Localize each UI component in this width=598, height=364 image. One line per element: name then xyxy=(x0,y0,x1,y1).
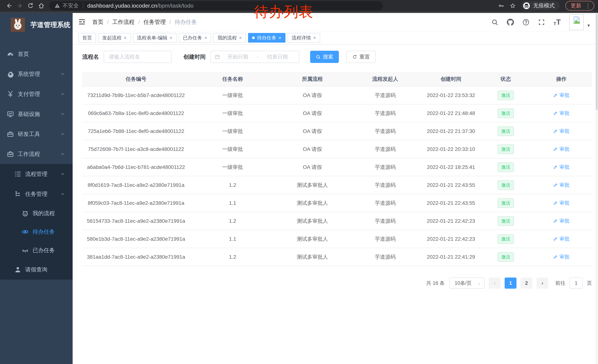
goto-page-input[interactable] xyxy=(569,277,583,289)
sidebar-item-my-process[interactable]: 我的流程 xyxy=(0,204,73,223)
help-icon[interactable] xyxy=(523,19,530,26)
approve-link[interactable]: 审批 xyxy=(553,128,569,134)
tab-start-process[interactable]: 发起流程× xyxy=(98,33,131,43)
browser-address-bar[interactable]: 不安全 dashboard.yudao.iocoder.cn/bpm/task/… xyxy=(49,1,383,10)
bookmark-star-icon[interactable] xyxy=(510,3,516,9)
sidebar-item-devtools[interactable]: 研发工具 xyxy=(0,124,73,144)
page-button-1[interactable]: 1 xyxy=(505,277,516,289)
breadcrumb-item[interactable]: 任务管理 xyxy=(144,18,166,26)
security-status[interactable]: 不安全 xyxy=(54,2,79,9)
cell-process: 测试多审批人 xyxy=(275,212,349,230)
sidebar-item-system[interactable]: 系统管理 xyxy=(0,64,73,84)
tab-close-icon[interactable]: × xyxy=(170,35,173,41)
tab-close-icon[interactable]: × xyxy=(204,35,207,41)
cell-time: 2022-01-22 23:53:32 xyxy=(421,86,481,104)
approve-link[interactable]: 审批 xyxy=(553,110,569,116)
cell-action: 审批 xyxy=(531,158,592,176)
cell-action: 审批 xyxy=(531,194,592,212)
tab-my-process[interactable]: 我的流程× xyxy=(213,33,246,43)
process-name-input[interactable] xyxy=(104,51,172,63)
status-badge: 激活 xyxy=(498,198,514,208)
cell-time: 2022-01-22 20:33:10 xyxy=(421,140,481,158)
table-row: a6aba0a4-7b6d-11ec-b781-acde48001122一级审批… xyxy=(82,158,592,176)
approve-link[interactable]: 审批 xyxy=(553,235,569,242)
approve-link[interactable]: 审批 xyxy=(553,164,569,170)
reset-button[interactable]: 重置 xyxy=(346,51,376,63)
sidebar-item-payment[interactable]: 支付管理 xyxy=(0,84,73,104)
search-button[interactable]: 搜索 xyxy=(310,51,339,63)
avatar[interactable] xyxy=(569,14,584,30)
date-range-input[interactable]: 开始日期 - 结束日期 xyxy=(210,51,299,63)
cell-action: 审批 xyxy=(531,122,592,140)
cell-status: 激活 xyxy=(481,248,531,266)
breadcrumb-item[interactable]: 首页 xyxy=(92,18,103,26)
tab-home[interactable]: 首页 xyxy=(78,33,96,43)
approve-link[interactable]: 审批 xyxy=(553,200,569,206)
tab-close-icon[interactable]: × xyxy=(278,35,281,41)
cell-process: 测试多审批人 xyxy=(275,194,349,212)
browser-reload-icon[interactable] xyxy=(25,1,36,11)
browser-menu-icon[interactable]: ⋮ xyxy=(585,3,591,9)
sidebar-item-home[interactable]: 首页 xyxy=(0,44,73,64)
sidebar-item-workflow[interactable]: 工作流程 xyxy=(0,144,73,164)
browser-back-icon[interactable] xyxy=(4,1,15,11)
cell-name: 一级审批 xyxy=(190,140,275,158)
github-icon[interactable] xyxy=(507,19,514,26)
page-size-select[interactable]: 10条/页 ⌄ xyxy=(449,277,485,289)
tab-close-icon[interactable]: × xyxy=(313,35,316,41)
cell-initiator: 芋道源码 xyxy=(349,248,421,266)
scrollbar-thumb[interactable] xyxy=(596,14,598,110)
cell-action: 审批 xyxy=(531,248,592,266)
incognito-label: 无痕模式 xyxy=(533,2,555,9)
sidebar-menu: 首页系统管理支付管理基础设施研发工具工作流程流程管理任务管理我的流程待办任务已办… xyxy=(0,44,73,280)
next-page-button[interactable]: › xyxy=(537,277,548,289)
search-icon[interactable] xyxy=(491,19,498,26)
robot-icon xyxy=(21,209,29,217)
page-button-2[interactable]: 2 xyxy=(521,277,532,289)
sidebar-item-task-mgmt[interactable]: 任务管理 xyxy=(0,184,73,204)
sidebar-item-process-mgmt[interactable]: 流程管理 xyxy=(0,164,73,184)
end-date-placeholder: 结束日期 xyxy=(260,53,295,60)
browser-home-icon[interactable] xyxy=(36,1,47,11)
tab-done-tasks[interactable]: 已办任务× xyxy=(179,33,211,43)
sidebar-collapse-icon[interactable] xyxy=(78,18,86,26)
approve-link[interactable]: 审批 xyxy=(553,253,569,260)
cell-initiator: 芋道源码 xyxy=(349,122,421,140)
tab-close-icon[interactable]: × xyxy=(124,35,126,41)
sidebar-item-infra[interactable]: 基础设施 xyxy=(0,104,73,124)
update-button[interactable]: 更新 ⋮ xyxy=(565,1,594,11)
tab-close-icon[interactable]: × xyxy=(239,35,242,41)
tab-form-edit[interactable]: 流程表单-编辑× xyxy=(133,33,176,43)
table-row: 725a1eb6-7b88-11ec-8ef0-acde48001122一级审批… xyxy=(82,122,592,140)
app-logo[interactable]: 芋道管理系统 xyxy=(0,13,73,37)
sidebar-item-done-tasks[interactable]: 已办任务 xyxy=(0,241,73,259)
key-icon[interactable] xyxy=(498,3,504,9)
cell-process: OA 请假 xyxy=(275,158,349,176)
approve-link[interactable]: 审批 xyxy=(553,92,569,98)
tab-label: 我的流程 xyxy=(217,35,237,41)
cell-id: 580e1b3d-7ac8-11ec-a9e2-a2380e71991a xyxy=(82,230,190,248)
tab-todo-tasks[interactable]: 待办任务× xyxy=(248,33,285,43)
column-header: 操作 xyxy=(531,72,592,86)
avatar-caret-icon[interactable]: ▾ xyxy=(587,23,590,28)
approve-link[interactable]: 审批 xyxy=(553,218,569,224)
sidebar-item-label: 基础设施 xyxy=(18,110,40,118)
sidebar-item-todo-tasks[interactable]: 待办任务 xyxy=(0,223,73,241)
browser-forward-icon[interactable] xyxy=(15,1,25,11)
process-name-label: 流程名 xyxy=(82,53,99,61)
approve-link[interactable]: 审批 xyxy=(553,182,569,188)
approve-label: 审批 xyxy=(559,182,569,188)
approve-label: 审批 xyxy=(559,110,569,116)
magnifier-icon xyxy=(316,54,321,59)
cell-action: 审批 xyxy=(531,104,592,122)
sidebar-item-label: 系统管理 xyxy=(18,70,40,78)
status-badge: 激活 xyxy=(498,180,514,190)
page-scrollbar[interactable] xyxy=(595,13,598,364)
prev-page-button[interactable]: ‹ xyxy=(489,277,500,289)
fullscreen-icon[interactable] xyxy=(538,19,545,26)
font-size-icon[interactable]: TT xyxy=(554,18,561,26)
approve-link[interactable]: 审批 xyxy=(553,146,569,152)
tab-process-detail[interactable]: 流程详情× xyxy=(288,33,320,43)
sidebar-item-leave-query[interactable]: 请假查询 xyxy=(0,259,73,280)
breadcrumb-item[interactable]: 工作流程 xyxy=(112,18,134,26)
